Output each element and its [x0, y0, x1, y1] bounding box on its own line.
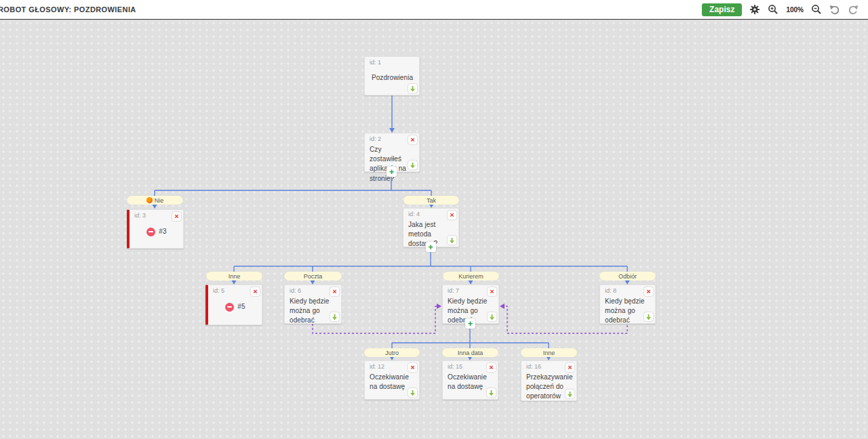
- branch-label-text: Inna data: [458, 350, 484, 356]
- arrow-down-icon: [567, 391, 573, 398]
- flow-node-3[interactable]: id: 3 #3 ×: [127, 209, 184, 249]
- flow-node-15[interactable]: id: 15 Oczekiwanie na dostawę ×: [442, 360, 498, 400]
- delete-node-button[interactable]: ×: [172, 212, 181, 221]
- add-branch-button[interactable]: +: [426, 242, 436, 252]
- settings-gear-icon[interactable]: [749, 4, 760, 15]
- arrow-down-button[interactable]: [566, 390, 574, 398]
- flow-node-8[interactable]: id: 8 Kiedy będzie można go odebrać ×: [599, 285, 656, 324]
- flow-node-16[interactable]: id: 16 Przekazywanie połączeń do operato…: [521, 360, 577, 401]
- arrow-down-button[interactable]: [487, 388, 496, 397]
- branch-label-text: Kurierem: [458, 273, 484, 280]
- arrow-down-icon: [410, 162, 416, 169]
- arrow-down-button[interactable]: [330, 312, 339, 321]
- delete-node-button[interactable]: ×: [251, 287, 260, 296]
- branch-label-text: Odbiór: [618, 273, 637, 280]
- arrow-down-icon: [488, 390, 494, 396]
- delete-node-button[interactable]: ×: [408, 135, 417, 144]
- arrow-down-icon: [332, 314, 338, 320]
- branch-label-tak[interactable]: Tak: [403, 196, 459, 205]
- angry-emoji-icon: [146, 197, 153, 203]
- node-text: Pozdrowienia: [370, 73, 415, 83]
- arrow-down-icon: [489, 314, 495, 320]
- flow-node-1[interactable]: id: 1 Pozdrowienia: [364, 56, 420, 96]
- node-text: Kiedy będzie można go odebrać: [290, 297, 337, 326]
- branch-label-inne[interactable]: Inne: [206, 272, 262, 280]
- toolbar: Zapisz 100%: [702, 3, 868, 16]
- branch-label-text: Inne: [229, 273, 241, 280]
- arrow-down-button[interactable]: [448, 236, 456, 245]
- flow-node-4[interactable]: id: 4 Jaka jest metoda dostawy? × +: [403, 208, 459, 247]
- node-text: Kiedy będzie można go odebrać: [605, 297, 651, 326]
- arrow-down-icon: [410, 390, 416, 396]
- arrow-down-button[interactable]: [408, 388, 417, 397]
- branch-label-inna-data[interactable]: Inna data: [442, 348, 498, 357]
- no-entry-icon: [225, 303, 234, 312]
- delete-node-button[interactable]: ×: [487, 363, 496, 372]
- branch-label-poczta[interactable]: Poczta: [284, 272, 342, 280]
- flow-node-6[interactable]: id: 6 Kiedy będzie można go odebrać ×: [284, 285, 342, 324]
- arrow-down-button[interactable]: [408, 84, 417, 93]
- zoom-in-icon[interactable]: [768, 4, 778, 15]
- add-branch-button[interactable]: +: [387, 167, 397, 177]
- branch-label-text: Tak: [427, 197, 436, 204]
- branch-label-text: Poczta: [304, 273, 323, 280]
- flow-node-2[interactable]: id: 2 Czy zostawiłeś aplikację na stroni…: [364, 133, 420, 172]
- arrow-down-icon: [646, 314, 652, 320]
- delete-node-button[interactable]: ×: [330, 287, 339, 296]
- branch-label-text: Jutro: [385, 350, 399, 356]
- undo-icon[interactable]: [829, 4, 840, 15]
- node-text: #3: [159, 227, 166, 236]
- flow-node-7[interactable]: id: 7 Kiedy będzie można go odebrać × +: [442, 285, 499, 324]
- flow-node-12[interactable]: id: 12 Oczekiwanie na dostawę ×: [364, 360, 420, 400]
- branch-label-inne-2[interactable]: Inne: [521, 348, 577, 357]
- zoom-out-icon[interactable]: [811, 4, 822, 15]
- branch-label-nie[interactable]: Nie: [127, 196, 183, 205]
- redo-icon[interactable]: [848, 4, 859, 15]
- zoom-level: 100%: [786, 6, 804, 14]
- branch-label-jutro[interactable]: Jutro: [364, 348, 420, 357]
- add-branch-button[interactable]: +: [465, 318, 475, 329]
- delete-node-button[interactable]: ×: [408, 363, 417, 372]
- flow-canvas[interactable]: Nie Tak Inne Poczta Kurierem Odbiór Jutr…: [0, 20, 868, 439]
- save-button[interactable]: Zapisz: [702, 3, 742, 16]
- page-title: ROBOT GŁOSOWY: POZDROWIENIA: [0, 5, 136, 14]
- node-id-label: id: 1: [370, 59, 415, 66]
- flow-node-5[interactable]: id: 5 #5 ×: [205, 285, 262, 325]
- delete-node-button[interactable]: ×: [488, 287, 496, 296]
- arrow-down-button[interactable]: [644, 312, 653, 321]
- delete-node-button[interactable]: ×: [566, 363, 574, 372]
- arrow-down-button[interactable]: [488, 312, 496, 321]
- branch-label-odbior[interactable]: Odbiór: [599, 272, 656, 280]
- branch-label-kurierem[interactable]: Kurierem: [443, 272, 499, 280]
- branch-label-text: Inne: [543, 350, 555, 356]
- arrow-down-icon: [410, 85, 416, 92]
- no-entry-icon: [146, 228, 155, 236]
- arrow-down-button[interactable]: [408, 161, 417, 169]
- delete-node-button[interactable]: ×: [448, 211, 456, 220]
- delete-node-button[interactable]: ×: [644, 287, 653, 296]
- node-text: #5: [237, 302, 245, 312]
- branch-label-text: Nie: [155, 197, 164, 204]
- header-bar: ROBOT GŁOSOWY: POZDROWIENIA Zapisz: [0, 0, 868, 20]
- arrow-down-icon: [449, 237, 455, 244]
